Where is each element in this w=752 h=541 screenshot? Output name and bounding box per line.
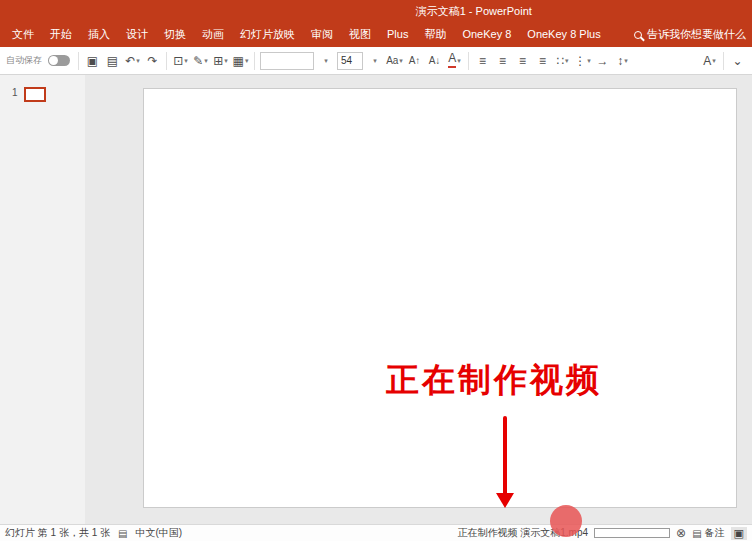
slide-thumbnail[interactable] — [24, 87, 46, 102]
notes-button[interactable]: ▤ 备注 — [692, 526, 724, 540]
title-bar: 演示文稿1 - PowerPoint — [0, 0, 752, 22]
change-case-icon: Aa — [386, 55, 398, 66]
format-painter-icon: ✎ — [193, 54, 203, 68]
slide-thumbnail-panel: 1 — [0, 75, 85, 524]
notes-icon: ▤ — [692, 528, 701, 539]
divider — [468, 52, 469, 70]
more-options-button[interactable]: ⌄ — [729, 51, 746, 71]
line-spacing-button[interactable]: ↕ — [614, 51, 631, 71]
shrink-font-button[interactable]: A↓ — [426, 51, 443, 71]
export-progress-bar — [594, 528, 670, 538]
slideshow-icon: ⊡ — [173, 54, 183, 68]
normal-view-button[interactable]: ▣ — [731, 527, 747, 540]
numbering-icon: ⋮ — [574, 54, 586, 68]
divider — [78, 52, 79, 70]
divider — [723, 52, 724, 70]
export-task-label: 正在制作视频 演示文稿1.mp4 — [458, 526, 589, 540]
font-name-dropdown[interactable] — [317, 51, 334, 71]
font-color-icon: A — [448, 53, 456, 68]
slide-number: 1 — [12, 87, 18, 98]
notes-label: 备注 — [705, 526, 725, 540]
cancel-export-button[interactable]: ⊗ — [676, 527, 686, 539]
tab-help[interactable]: 帮助 — [416, 22, 454, 47]
search-icon — [634, 31, 642, 39]
save-as-icon: ▤ — [107, 54, 118, 68]
change-case-button[interactable]: Aa — [386, 51, 403, 71]
indent-button[interactable]: → — [594, 51, 611, 71]
tab-onekey-8[interactable]: OneKey 8 — [454, 22, 519, 47]
redo-icon: ↷ — [147, 54, 157, 68]
divider — [254, 52, 255, 70]
ribbon-tab-bar: 文件 开始 插入 设计 切换 动画 幻灯片放映 审阅 视图 Plus 帮助 On… — [0, 22, 752, 47]
language-status[interactable]: 中文(中国) — [135, 526, 182, 540]
save-icon: ▣ — [87, 54, 98, 68]
font-size-dropdown[interactable] — [366, 51, 383, 71]
layout-icon: ▦ — [233, 54, 244, 68]
new-slide-button[interactable]: ⊞ — [212, 51, 229, 71]
slide-thumbnail-row[interactable]: 1 — [12, 87, 85, 102]
bullets-button[interactable]: ∷ — [554, 51, 571, 71]
toggle-knob-icon — [49, 56, 58, 65]
text-styles-icon: A — [703, 54, 711, 68]
autosave-label: 自动保存 — [6, 54, 42, 67]
tab-insert[interactable]: 插入 — [80, 22, 118, 47]
window-title: 演示文稿1 - PowerPoint — [416, 4, 532, 19]
text-styles-button[interactable]: A — [701, 51, 718, 71]
normal-view-icon: ▣ — [734, 527, 744, 539]
tab-animations[interactable]: 动画 — [194, 22, 232, 47]
indent-icon: → — [597, 54, 609, 68]
justify-button[interactable]: ≡ — [534, 51, 551, 71]
status-bar-right: 正在制作视频 演示文稿1.mp4 ⊗ ▤ 备注 ▣ — [458, 526, 748, 540]
justify-icon: ≡ — [539, 54, 546, 68]
chevron-down-icon: ⌄ — [732, 54, 742, 68]
autosave-toggle[interactable] — [48, 55, 70, 66]
align-center-icon: ≡ — [499, 54, 506, 68]
align-left-button[interactable]: ≡ — [474, 51, 491, 71]
save-as-button[interactable]: ▤ — [104, 51, 121, 71]
line-spacing-icon: ↕ — [617, 54, 623, 68]
font-color-button[interactable]: A — [446, 51, 463, 71]
undo-button[interactable]: ↶ — [124, 51, 141, 71]
tab-file[interactable]: 文件 — [4, 22, 42, 47]
main-content: 1 — [0, 75, 752, 524]
start-slideshow-button[interactable]: ⊡ — [172, 51, 189, 71]
layout-button[interactable]: ▦ — [232, 51, 249, 71]
grow-font-icon: A↑ — [409, 55, 421, 66]
tab-transitions[interactable]: 切换 — [156, 22, 194, 47]
align-right-icon: ≡ — [519, 54, 526, 68]
slide-canvas[interactable] — [143, 88, 737, 508]
toolbar-right-group: A ⌄ — [701, 51, 746, 71]
shrink-font-icon: A↓ — [429, 55, 441, 66]
divider — [166, 52, 167, 70]
numbering-button[interactable]: ⋮ — [574, 51, 591, 71]
undo-icon: ↶ — [125, 54, 135, 68]
tell-me-search-label: 告诉我你想要做什么 — [647, 27, 746, 42]
slide-counter: 幻灯片 第 1 张，共 1 张 — [5, 526, 110, 540]
tab-review[interactable]: 审阅 — [303, 22, 341, 47]
font-name-input[interactable] — [260, 52, 314, 70]
tab-view[interactable]: 视图 — [341, 22, 379, 47]
align-center-button[interactable]: ≡ — [494, 51, 511, 71]
tab-design[interactable]: 设计 — [118, 22, 156, 47]
bullets-icon: ∷ — [556, 54, 564, 68]
align-left-icon: ≡ — [479, 54, 486, 68]
status-bar: 幻灯片 第 1 张，共 1 张 ▤ 中文(中国) 正在制作视频 演示文稿1.mp… — [0, 524, 752, 541]
align-right-button[interactable]: ≡ — [514, 51, 531, 71]
grow-font-button[interactable]: A↑ — [406, 51, 423, 71]
tab-home[interactable]: 开始 — [42, 22, 80, 47]
font-size-input[interactable] — [337, 52, 363, 70]
format-painter-button[interactable]: ✎ — [192, 51, 209, 71]
tab-onekey-8-plus[interactable]: OneKey 8 Plus — [519, 22, 608, 47]
tell-me-search[interactable]: 告诉我你想要做什么 — [634, 27, 746, 42]
slide-editor-area — [85, 75, 752, 524]
tab-plus[interactable]: Plus — [379, 22, 416, 47]
save-button[interactable]: ▣ — [84, 51, 101, 71]
new-slide-icon: ⊞ — [213, 54, 223, 68]
redo-button[interactable]: ↷ — [144, 51, 161, 71]
proofing-icon[interactable]: ▤ — [118, 528, 127, 539]
tab-slide-show[interactable]: 幻灯片放映 — [232, 22, 303, 47]
quick-toolbar: 自动保存 ▣ ▤ ↶ ↷ ⊡ ✎ ⊞ ▦ Aa A↑ A↓ A ≡ ≡ ≡ ≡ … — [0, 47, 752, 75]
